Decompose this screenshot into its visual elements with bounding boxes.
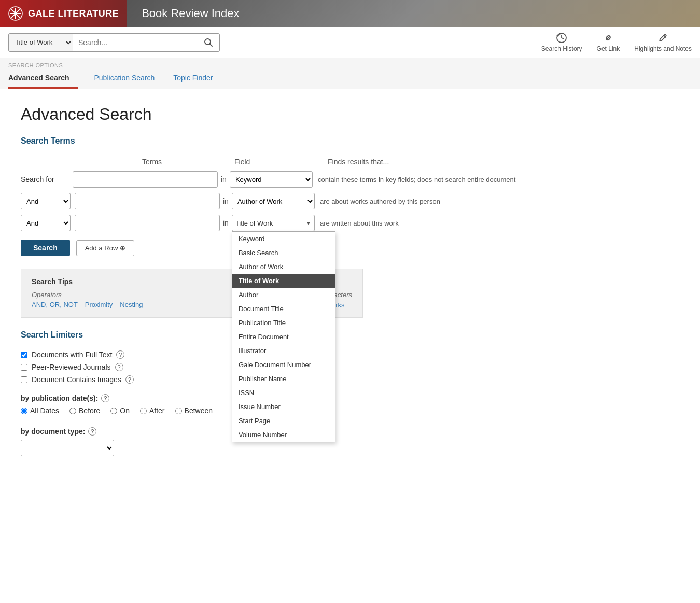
- tips-link-proximity[interactable]: Proximity: [85, 301, 113, 308]
- search-options-label: SEARCH OPTIONS: [8, 58, 692, 69]
- field-select-1[interactable]: Keyword Basic Search Author of Work Titl…: [230, 171, 313, 188]
- tips-link-nesting[interactable]: Nesting: [120, 301, 143, 308]
- help-full-text-icon[interactable]: ?: [116, 350, 124, 359]
- operator-select-3[interactable]: And Or Not: [21, 215, 71, 231]
- in-label-2: in: [223, 197, 229, 205]
- row-1-desc: contain these terms in key fields; does …: [318, 176, 516, 184]
- dd-item-gale-doc-number[interactable]: Gale Document Number: [232, 358, 335, 372]
- checkbox-doc-images[interactable]: [21, 376, 27, 383]
- radio-between-input[interactable]: [175, 408, 182, 414]
- brand-logo-icon: [8, 6, 23, 21]
- dd-item-basic-search[interactable]: Basic Search: [232, 246, 335, 260]
- operator-select-2[interactable]: And Or Not: [21, 193, 71, 209]
- row-2-desc: are about works authored by this person: [320, 198, 440, 205]
- checkbox-peer-reviewed[interactable]: [21, 364, 27, 371]
- dd-item-author-of-work[interactable]: Author of Work: [232, 260, 335, 274]
- radio-before[interactable]: Before: [69, 406, 100, 415]
- search-input-2[interactable]: [75, 193, 220, 209]
- search-bar-row: Title of Work Keyword Author of Work Sea…: [0, 27, 700, 58]
- field-select-2[interactable]: Keyword Basic Search Author of Work Titl…: [232, 193, 315, 209]
- dd-item-publisher-name[interactable]: Publisher Name: [232, 372, 335, 386]
- search-history-tool[interactable]: Search History: [541, 32, 582, 52]
- header: GALE LITERATURE Book Review Index: [0, 0, 700, 27]
- link-icon: [603, 32, 614, 44]
- doc-type-select[interactable]: Book Review Article Essay: [21, 440, 114, 456]
- highlights-tool[interactable]: Highlights and Notes: [634, 32, 692, 52]
- col-terms-header: Terms: [77, 158, 227, 166]
- nav-tabs-area: SEARCH OPTIONS Advanced Search Publicati…: [0, 58, 700, 89]
- radio-after-input[interactable]: [140, 408, 147, 414]
- dd-item-entire-document[interactable]: Entire Document: [232, 330, 335, 344]
- tab-publication-search[interactable]: Publication Search: [86, 69, 163, 89]
- search-row-2: And Or Not in Keyword Basic Search Autho…: [21, 193, 633, 209]
- svg-line-6: [210, 44, 213, 46]
- search-terms-section: Search Terms Terms Field Finds results t…: [21, 136, 633, 231]
- search-row-1: Search for in Keyword Basic Search Autho…: [21, 171, 633, 188]
- tips-operator-links: AND, OR, NOT Proximity Nesting: [32, 301, 143, 308]
- dd-item-issue-number[interactable]: Issue Number: [232, 400, 335, 414]
- search-for-label: Search for: [21, 175, 73, 184]
- section-title-search-terms: Search Terms: [21, 136, 633, 146]
- col-headers: Terms Field Finds results that...: [21, 158, 633, 166]
- search-tools: Search History Get Link Highlights and N…: [541, 32, 692, 52]
- tips-operators-col: Operators AND, OR, NOT Proximity Nesting: [32, 291, 143, 309]
- field-select-3-display[interactable]: Title of Work ▼: [232, 215, 315, 231]
- dd-item-volume-number[interactable]: Volume Number: [232, 428, 335, 442]
- add-row-button[interactable]: Add a Row ⊕: [76, 240, 134, 256]
- dd-item-start-page[interactable]: Start Page: [232, 414, 335, 428]
- radio-on[interactable]: On: [110, 406, 130, 415]
- main-content: Advanced Search Search Terms Terms Field…: [0, 89, 653, 484]
- radio-after[interactable]: After: [140, 406, 165, 415]
- get-link-label: Get Link: [597, 45, 620, 52]
- get-link-tool[interactable]: Get Link: [597, 32, 620, 52]
- page-title: Advanced Search: [21, 105, 633, 124]
- tab-topic-finder[interactable]: Topic Finder: [165, 69, 221, 89]
- tips-link-and-or-not[interactable]: AND, OR, NOT: [32, 301, 78, 308]
- search-input-3[interactable]: [75, 215, 220, 231]
- search-bar-input[interactable]: [73, 33, 198, 52]
- radio-all-dates[interactable]: All Dates: [21, 406, 59, 415]
- field-dropdown: Keyword Basic Search Author of Work Titl…: [232, 231, 335, 442]
- help-peer-reviewed-icon[interactable]: ?: [115, 363, 123, 371]
- search-history-label: Search History: [541, 45, 582, 52]
- limiter-doc-images-label: Document Contains Images: [32, 375, 121, 384]
- highlights-notes-label: Highlights and Notes: [634, 45, 692, 52]
- in-label-1: in: [221, 175, 227, 184]
- help-doc-type-icon[interactable]: ?: [88, 427, 96, 436]
- brand-area: GALE LITERATURE: [0, 0, 127, 27]
- field-select-3-arrow: ▼: [306, 220, 311, 226]
- help-doc-images-icon[interactable]: ?: [125, 375, 134, 384]
- search-history-icon: [556, 32, 567, 44]
- radio-all-dates-input[interactable]: [21, 408, 27, 414]
- col-finds-header: Finds results that...: [328, 158, 389, 166]
- checkbox-full-text[interactable]: [21, 352, 27, 358]
- tab-advanced-search[interactable]: Advanced Search: [8, 69, 78, 89]
- doc-type-text: by document type:: [21, 427, 85, 436]
- dd-item-keyword[interactable]: Keyword: [232, 232, 335, 246]
- search-bar-field-select[interactable]: Title of Work Keyword Author of Work: [9, 33, 73, 52]
- dd-item-illustrator[interactable]: Illustrator: [232, 344, 335, 358]
- app-title: Book Review Index: [142, 7, 239, 20]
- search-row-3: And Or Not in Title of Work ▼ Keyword Ba…: [21, 215, 633, 231]
- limiter-peer-reviewed-label: Peer-Reviewed Journals: [32, 363, 111, 371]
- search-bar-button[interactable]: [198, 33, 219, 52]
- col-field-header: Field: [234, 158, 323, 166]
- help-pub-date-icon[interactable]: ?: [101, 394, 109, 402]
- dd-item-author[interactable]: Author: [232, 288, 335, 302]
- search-bar-inner: Title of Work Keyword Author of Work: [8, 33, 220, 52]
- radio-before-input[interactable]: [69, 408, 76, 414]
- search-button[interactable]: Search: [21, 240, 70, 256]
- dd-item-issn[interactable]: ISSN: [232, 386, 335, 400]
- dd-item-title-of-work[interactable]: Title of Work: [232, 274, 335, 288]
- section-divider-1: [21, 149, 633, 149]
- limiter-full-text-label: Documents with Full Text: [32, 350, 112, 359]
- search-icon: [204, 38, 213, 47]
- brand-name: GALE LITERATURE: [28, 8, 119, 19]
- dd-item-document-title[interactable]: Document Title: [232, 302, 335, 316]
- dd-item-publication-title[interactable]: Publication Title: [232, 316, 335, 330]
- radio-between[interactable]: Between: [175, 406, 213, 415]
- radio-on-input[interactable]: [110, 408, 117, 414]
- nav-tabs: Advanced Search Publication Search Topic…: [8, 69, 692, 89]
- search-input-1[interactable]: [73, 171, 218, 188]
- field-select-3-value: Title of Work: [235, 219, 273, 227]
